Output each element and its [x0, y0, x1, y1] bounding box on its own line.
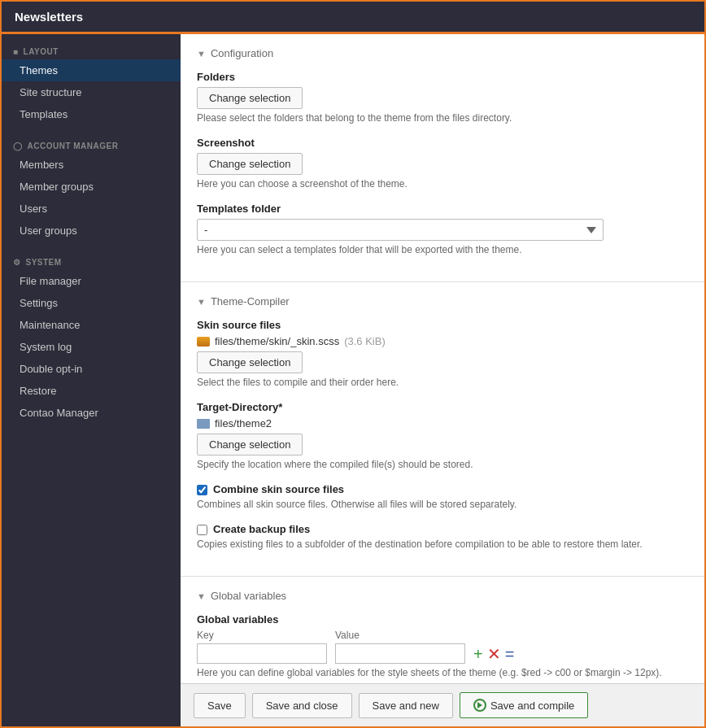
sidebar-item-templates[interactable]: Templates	[2, 103, 181, 125]
skin-change-btn[interactable]: Change selection	[197, 351, 303, 373]
backup-group: Create backup files Copies existing file…	[197, 523, 688, 550]
combine-hint: Combines all skin source files. Otherwis…	[197, 499, 688, 510]
screenshot-hint: Here you can choose a screenshot of the …	[197, 178, 688, 190]
combine-checkbox-row: Combine skin source files	[197, 483, 688, 495]
skin-file-name: files/theme/skin/_skin.scss	[215, 335, 339, 347]
folders-label: Folders	[197, 71, 688, 83]
content-area: ▼ Configuration Folders Change selection…	[181, 34, 704, 726]
folders-change-btn[interactable]: Change selection	[197, 87, 303, 109]
sidebar-item-members[interactable]: Members	[2, 154, 181, 176]
sidebar-item-users[interactable]: Users	[2, 198, 181, 220]
target-dir-value: files/theme2	[215, 417, 272, 429]
global-vars-hint: Here you can define global variables for…	[197, 667, 688, 678]
gv-actions: + ✕ =	[473, 646, 514, 664]
screenshot-group: Screenshot Change selection Here you can…	[197, 137, 688, 190]
templates-folder-hint: Here you can select a templates folder t…	[197, 244, 688, 255]
content-scroll: ▼ Configuration Folders Change selection…	[181, 34, 704, 683]
combine-label[interactable]: Combine skin source files	[213, 483, 344, 495]
app-header: Newsletters	[2, 2, 704, 34]
save-compile-label: Save and compile	[490, 700, 574, 712]
target-change-btn[interactable]: Change selection	[197, 434, 303, 456]
sidebar-item-site-structure[interactable]: Site structure	[2, 81, 181, 103]
skin-source-group: Skin source files files/theme/skin/_skin…	[197, 319, 688, 388]
skin-file-row: files/theme/skin/_skin.scss (3.6 KiB)	[197, 335, 688, 347]
global-vars-label: Global variables	[197, 613, 688, 626]
global-vars-group: Global variables Key Value +	[197, 613, 688, 678]
global-vars-section: ▼ Global variables Global variables Key …	[181, 577, 704, 683]
skin-source-label: Skin source files	[197, 319, 688, 331]
compile-icon	[473, 699, 486, 712]
global-vars-table: Key Value + ✕ =	[197, 630, 688, 664]
footer-bar: Save Save and close Save and new Save an…	[181, 683, 704, 726]
gv-equal-button[interactable]: =	[505, 646, 515, 662]
templates-folder-label: Templates folder	[197, 203, 688, 215]
account-icon: ◯	[13, 142, 23, 150]
gv-key-label: Key	[197, 630, 327, 641]
backup-checkbox-row: Create backup files	[197, 523, 688, 535]
screenshot-label: Screenshot	[197, 137, 688, 149]
gv-value-label: Value	[335, 630, 465, 641]
configuration-title: ▼ Configuration	[197, 47, 688, 59]
system-icon: ⚙	[13, 258, 21, 267]
combine-group: Combine skin source files Combines all s…	[197, 483, 688, 510]
backup-checkbox[interactable]	[197, 525, 207, 535]
save-close-button[interactable]: Save and close	[252, 693, 352, 718]
target-hint: Specify the location where the compiled …	[197, 459, 688, 470]
templates-folder-select-wrapper: -	[197, 219, 604, 241]
gv-add-button[interactable]: +	[473, 646, 483, 662]
folders-hint: Please select the folders that belong to…	[197, 112, 688, 124]
backup-hint: Copies existing files to a subfolder of …	[197, 538, 688, 550]
save-button[interactable]: Save	[194, 693, 246, 718]
layout-icon: ■	[13, 47, 19, 56]
theme-compiler-section: ▼ Theme-Compiler Skin source files files…	[181, 282, 704, 577]
sidebar-item-file-manager[interactable]: File manager	[2, 270, 181, 292]
gv-delete-button[interactable]: ✕	[487, 646, 501, 662]
target-dir-row: files/theme2	[197, 417, 688, 429]
sidebar-item-system-log[interactable]: System log	[2, 336, 181, 358]
sidebar-item-double-opt-in[interactable]: Double opt-in	[2, 358, 181, 380]
gv-key-col: Key	[197, 630, 327, 664]
theme-compiler-title: ▼ Theme-Compiler	[197, 295, 688, 307]
screenshot-change-btn[interactable]: Change selection	[197, 153, 303, 175]
global-vars-section-title: ▼ Global variables	[197, 590, 688, 602]
sidebar-item-contao-manager[interactable]: Contao Manager	[2, 402, 181, 424]
target-dir-group: Target-Directory* files/theme2 Change se…	[197, 401, 688, 470]
save-compile-button[interactable]: Save and compile	[460, 692, 588, 718]
sidebar-item-settings[interactable]: Settings	[2, 292, 181, 314]
compile-arrow	[477, 702, 482, 708]
folders-group: Folders Change selection Please select t…	[197, 71, 688, 124]
skin-file-size: (3.6 KiB)	[344, 335, 386, 347]
gv-value-input[interactable]	[335, 643, 465, 664]
scss-file-icon	[197, 337, 210, 347]
sidebar-item-restore[interactable]: Restore	[2, 380, 181, 402]
sidebar-item-themes[interactable]: Themes	[2, 59, 181, 81]
account-section: ◯ ACCOUNT MANAGER Members Member groups …	[2, 129, 181, 245]
configuration-section: ▼ Configuration Folders Change selection…	[181, 34, 704, 282]
templates-folder-group: Templates folder - Here you can select a…	[197, 203, 688, 255]
folder-icon	[197, 419, 210, 429]
layout-section: ■ LAYOUT Themes Site structure Templates	[2, 34, 181, 129]
skin-hint: Select the files to compile and their or…	[197, 377, 688, 388]
combine-checkbox[interactable]	[197, 485, 207, 495]
sidebar-item-user-groups[interactable]: User groups	[2, 220, 181, 242]
triangle-icon-3: ▼	[197, 591, 206, 601]
system-section: ⚙ SYSTEM File manager Settings Maintenan…	[2, 245, 181, 427]
account-section-title: ◯ ACCOUNT MANAGER	[2, 137, 181, 154]
templates-folder-select[interactable]: -	[197, 219, 604, 241]
triangle-icon: ▼	[197, 49, 206, 59]
target-dir-label: Target-Directory*	[197, 401, 688, 413]
backup-label[interactable]: Create backup files	[213, 523, 310, 535]
sidebar: ■ LAYOUT Themes Site structure Templates…	[2, 34, 181, 726]
layout-section-title: ■ LAYOUT	[2, 42, 181, 59]
gv-key-input[interactable]	[197, 643, 327, 664]
header-title: Newsletters	[15, 10, 83, 24]
system-section-title: ⚙ SYSTEM	[2, 253, 181, 270]
sidebar-item-maintenance[interactable]: Maintenance	[2, 314, 181, 336]
sidebar-item-member-groups[interactable]: Member groups	[2, 176, 181, 198]
triangle-icon-2: ▼	[197, 297, 206, 307]
save-new-button[interactable]: Save and new	[359, 693, 453, 718]
gv-value-col: Value	[335, 630, 465, 664]
